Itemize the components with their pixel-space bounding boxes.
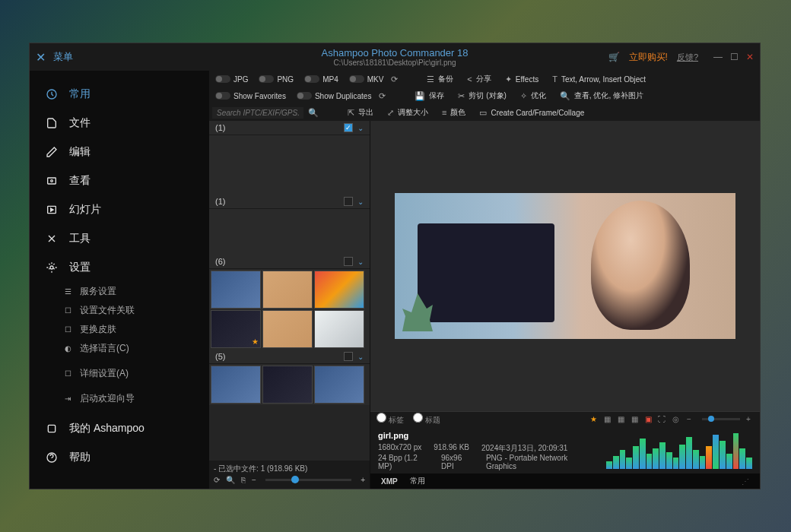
search-input[interactable] (212, 107, 303, 119)
cut-button[interactable]: ✂剪切 (对象) (453, 90, 510, 101)
toggle-mkv[interactable]: MKV (346, 75, 387, 84)
text-button[interactable]: TText, Arrow, Insert Object (548, 74, 650, 84)
thumbnail[interactable] (211, 366, 261, 404)
chevron-down-icon[interactable]: ⌄ (357, 258, 364, 266)
copy-icon[interactable]: ⎘ (241, 476, 246, 484)
effects-button[interactable]: ✦Effects (500, 74, 543, 84)
refresh-icon[interactable]: ⟳ (379, 91, 386, 101)
search-icon[interactable]: 🔍 (226, 476, 235, 484)
star-icon[interactable]: ★ (588, 414, 599, 425)
maximize-button[interactable]: ☐ (730, 52, 739, 62)
zoom-slider[interactable] (265, 479, 351, 481)
globe-icon: ◐ (65, 344, 74, 353)
search-submit-icon[interactable]: 🔍 (308, 108, 319, 118)
chevron-down-icon[interactable]: ⌄ (357, 198, 364, 206)
refresh-icon[interactable]: ⟳ (214, 476, 220, 484)
sidebar-item-file[interactable]: 文件 (30, 109, 209, 138)
clock-icon (45, 87, 59, 101)
tools-icon (45, 232, 59, 245)
thumbnail[interactable]: ★ (211, 310, 261, 348)
share-icon: < (467, 74, 472, 84)
minus-icon[interactable]: − (684, 414, 694, 425)
group-header[interactable]: (6) ⌄ (209, 255, 370, 269)
sidebar-item-common[interactable]: 常用 (30, 80, 209, 109)
app-title: Ashampoo Photo Commander 18 (322, 47, 469, 59)
sidebar-item-slideshow[interactable]: 幻灯片 (30, 195, 209, 224)
group-checkbox[interactable] (344, 197, 353, 206)
group-header[interactable]: (1) ✓⌄ (209, 121, 370, 135)
sidebar-sub-skin[interactable]: ☐更换皮肤 (30, 320, 209, 339)
group-checkbox[interactable]: ✓ (344, 123, 353, 132)
target-icon[interactable]: ◎ (670, 414, 681, 425)
chevron-down-icon[interactable]: ⌄ (357, 353, 364, 361)
sidebar-sub-wizard[interactable]: ⇥启动欢迎向导 (30, 389, 209, 408)
thumbnail[interactable] (262, 366, 313, 404)
sidebar-sub-fileassoc[interactable]: ☐设置文件关联 (30, 301, 209, 320)
refresh-icon[interactable]: ⟳ (391, 74, 398, 84)
group-checkbox[interactable] (344, 352, 353, 361)
export-button[interactable]: ⇱导出 (343, 107, 378, 118)
buy-now-link[interactable]: 立即购买! (629, 51, 668, 64)
sidebar-item-tools[interactable]: 工具 (30, 224, 209, 253)
group-checkbox[interactable] (344, 257, 353, 266)
close-button[interactable]: ✕ (746, 52, 754, 62)
file-icon (45, 116, 59, 130)
tab-common[interactable]: 常用 (410, 476, 425, 486)
grid-icon[interactable]: ▦ (615, 414, 626, 425)
optimize-button[interactable]: ✧优化 (516, 90, 551, 101)
cart-icon[interactable]: 🛒 (608, 52, 620, 62)
sidebar-item-myashampoo[interactable]: 我的 Ashampoo (30, 414, 209, 443)
menu-close-icon[interactable]: ✕ (36, 50, 46, 65)
plus-icon[interactable]: + (361, 476, 365, 484)
plus-icon[interactable]: + (743, 414, 754, 425)
resize-button[interactable]: ⤢调整大小 (383, 107, 433, 118)
sidebar-sub-service[interactable]: ☰服务设置 (30, 282, 209, 301)
sidebar-item-edit[interactable]: 编辑 (30, 138, 209, 166)
thumbnail[interactable] (314, 271, 364, 309)
toggle-jpg[interactable]: JPG (212, 75, 251, 84)
minimize-button[interactable]: — (713, 52, 723, 62)
minus-icon[interactable]: − (252, 476, 256, 484)
fullscreen-icon[interactable]: ⛶ (656, 414, 667, 425)
sidebar-item-help[interactable]: 帮助 (30, 443, 209, 472)
sidebar-sub-detail[interactable]: ☐详细设置(A) (30, 364, 209, 383)
save-button[interactable]: 💾保存 (410, 90, 449, 101)
thumbnail[interactable] (314, 366, 364, 404)
tag-radio[interactable]: 标签 (376, 413, 404, 426)
sidebar-sub-language[interactable]: ◐选择语言(C) (30, 339, 209, 358)
format: PNG - Portable Network Graphics (486, 454, 591, 470)
toggle-png[interactable]: PNG (256, 75, 297, 84)
title-radio[interactable]: 标题 (413, 413, 440, 426)
thumbnail[interactable] (314, 310, 364, 348)
toggle-favorites[interactable]: Show Favorites (212, 92, 289, 100)
image-viewer: 标签 标题 ★ ▦ ▦ ▦ ▣ ⛶ ◎ − + (370, 121, 760, 489)
backup-button[interactable]: ☰备份 (422, 74, 458, 84)
thumbnail[interactable] (211, 271, 261, 309)
svg-point-2 (51, 180, 53, 182)
zoom-slider[interactable] (702, 418, 740, 420)
viewfix-button[interactable]: 🔍查看, 优化, 修补图片 (555, 90, 648, 101)
thumbnail[interactable] (262, 271, 313, 309)
grid-icon[interactable]: ▦ (602, 414, 612, 425)
menu-label[interactable]: 菜单 (53, 50, 73, 64)
bpp: 24 Bpp (1.2 MP) (378, 454, 429, 470)
share-button[interactable]: <分享 (462, 74, 495, 84)
chevron-down-icon[interactable]: ⌄ (357, 124, 364, 132)
group-header[interactable]: (1) ⌄ (209, 195, 370, 209)
link-icon: ☐ (65, 306, 74, 315)
color-button[interactable]: ≡颜色 (437, 107, 470, 118)
sidebar-item-settings[interactable]: 设置 (30, 253, 209, 282)
sidebar-item-view[interactable]: 查看 (30, 166, 209, 195)
toggle-duplicates[interactable]: Show Duplicates (294, 92, 374, 100)
group-header[interactable]: (5) ⌄ (209, 350, 370, 364)
toggle-mp4[interactable]: MP4 (301, 75, 341, 84)
feedback-link[interactable]: 反馈? (677, 52, 698, 63)
tab-xmp[interactable]: XMP (381, 477, 398, 486)
grid-icon[interactable]: ▦ (629, 414, 640, 425)
thumbnail[interactable] (262, 310, 313, 348)
preview-area[interactable] (370, 121, 760, 411)
card-button[interactable]: ▭Create Card/Frame/Collage (475, 108, 589, 118)
svg-rect-1 (48, 178, 56, 184)
resize-grip-icon[interactable]: ⋰ (742, 477, 749, 486)
layers-icon[interactable]: ▣ (643, 414, 653, 425)
